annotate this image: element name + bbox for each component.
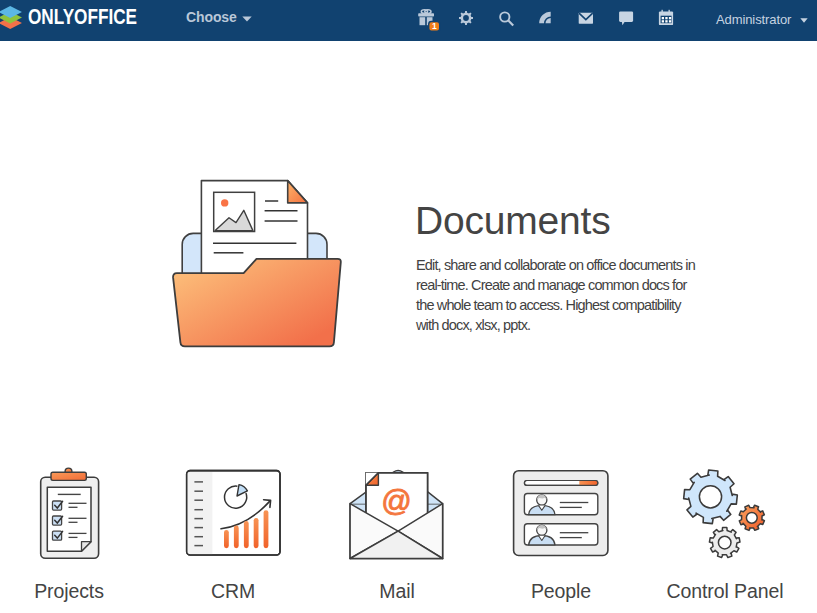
svg-text:1: 1 xyxy=(432,21,437,31)
svg-text:@: @ xyxy=(381,484,411,517)
